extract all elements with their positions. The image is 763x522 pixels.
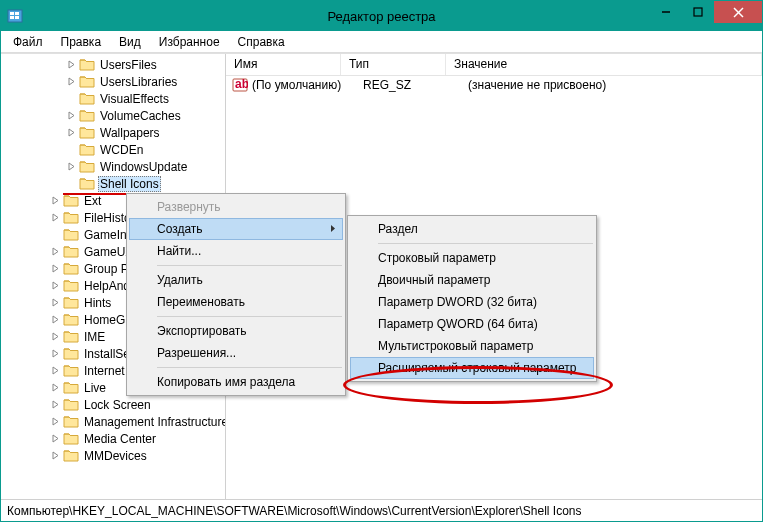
minimize-button[interactable] (650, 1, 682, 23)
folder-icon (79, 75, 95, 88)
menu-item[interactable]: Раздел (350, 218, 594, 240)
expand-icon[interactable] (49, 246, 61, 258)
folder-icon (63, 415, 79, 428)
expand-icon[interactable] (49, 450, 61, 462)
maximize-button[interactable] (682, 1, 714, 23)
tree-item-label: WCDEn (98, 143, 145, 157)
menu-item-label: Параметр QWORD (64 бита) (378, 317, 538, 331)
tree-item-label: Wallpapers (98, 126, 162, 140)
folder-icon (63, 313, 79, 326)
folder-icon (63, 245, 79, 258)
folder-icon (63, 262, 79, 275)
expand-icon[interactable] (49, 331, 61, 343)
expand-icon[interactable] (65, 110, 77, 122)
tree-item[interactable]: Shell Icons (1, 175, 225, 192)
menu-item-label: Параметр DWORD (32 бита) (378, 295, 537, 309)
expand-icon[interactable] (65, 161, 77, 173)
expand-icon[interactable] (49, 365, 61, 377)
tree-item-label: Lock Screen (82, 398, 153, 412)
tree-item[interactable]: Media Center (1, 430, 225, 447)
context-menu[interactable]: РазвернутьСоздатьНайти...УдалитьПереимен… (126, 193, 346, 396)
folder-icon (63, 211, 79, 224)
expand-icon[interactable] (49, 348, 61, 360)
col-value[interactable]: Значение (446, 54, 762, 75)
menu-item[interactable]: Мультистроковый параметр (350, 335, 594, 357)
tree-item-label: VisualEffects (98, 92, 171, 106)
menubar[interactable]: Файл Правка Вид Избранное Справка (1, 31, 762, 53)
menu-item[interactable]: Создать (129, 218, 343, 240)
tree-item[interactable]: VolumeCaches (1, 107, 225, 124)
titlebar[interactable]: Редактор реестра (1, 1, 762, 31)
menu-item[interactable]: Двоичный параметр (350, 269, 594, 291)
expand-icon[interactable] (49, 416, 61, 428)
menu-separator (157, 265, 342, 266)
menu-item-label: Мультистроковый параметр (378, 339, 534, 353)
menu-item[interactable]: Копировать имя раздела (129, 371, 343, 393)
menu-item[interactable]: Переименовать (129, 291, 343, 313)
menu-item[interactable]: Экспортировать (129, 320, 343, 342)
menu-item[interactable]: Расширяемый строковый параметр (350, 357, 594, 379)
menu-item[interactable]: Строковый параметр (350, 247, 594, 269)
expand-icon[interactable] (65, 76, 77, 88)
folder-icon (79, 109, 95, 122)
menu-item: Развернуть (129, 196, 343, 218)
menu-separator (157, 316, 342, 317)
folder-icon (79, 126, 95, 139)
folder-icon (79, 143, 95, 156)
row-value: (значение не присвоено) (462, 78, 762, 92)
menu-item-label: Копировать имя раздела (157, 375, 295, 389)
menu-edit[interactable]: Правка (53, 33, 110, 51)
expand-icon[interactable] (49, 212, 61, 224)
close-button[interactable] (714, 1, 762, 23)
tree-item-label: IME (82, 330, 107, 344)
menu-item[interactable]: Параметр QWORD (64 бита) (350, 313, 594, 335)
col-type[interactable]: Тип (341, 54, 446, 75)
menu-item-label: Строковый параметр (378, 251, 496, 265)
tree-item[interactable]: MMDevices (1, 447, 225, 464)
menu-item[interactable]: Разрешения... (129, 342, 343, 364)
tree-item-label: VolumeCaches (98, 109, 183, 123)
tree-item[interactable]: WCDEn (1, 141, 225, 158)
tree-item-label: Hints (82, 296, 113, 310)
window-title: Редактор реестра (1, 9, 762, 24)
tree-item[interactable]: UsersFiles (1, 56, 225, 73)
window-controls (650, 1, 762, 23)
tree-item[interactable]: Management Infrastructure (1, 413, 225, 430)
tree-item[interactable]: Wallpapers (1, 124, 225, 141)
menu-item-label: Создать (157, 222, 203, 236)
expand-icon[interactable] (65, 59, 77, 71)
expand-icon[interactable] (49, 399, 61, 411)
expand-icon[interactable] (49, 280, 61, 292)
col-name[interactable]: Имя (226, 54, 341, 75)
folder-icon (63, 381, 79, 394)
context-submenu-new[interactable]: РазделСтроковый параметрДвоичный парамет… (347, 215, 597, 382)
tree-item[interactable]: UsersLibraries (1, 73, 225, 90)
menu-favorites[interactable]: Избранное (151, 33, 228, 51)
tree-item[interactable]: WindowsUpdate (1, 158, 225, 175)
annotation-underline (63, 193, 129, 195)
menu-item[interactable]: Найти... (129, 240, 343, 262)
expand-icon[interactable] (49, 297, 61, 309)
tree-item[interactable]: Lock Screen (1, 396, 225, 413)
menu-view[interactable]: Вид (111, 33, 149, 51)
svg-rect-2 (15, 12, 19, 15)
list-row[interactable]: ab (По умолчанию) REG_SZ (значение не пр… (226, 76, 762, 94)
expand-icon[interactable] (49, 433, 61, 445)
expand-icon[interactable] (49, 382, 61, 394)
folder-icon (63, 296, 79, 309)
menu-item-label: Экспортировать (157, 324, 247, 338)
folder-icon (63, 330, 79, 343)
menu-item[interactable]: Удалить (129, 269, 343, 291)
tree-item-label: Shell Icons (98, 176, 161, 192)
menu-item-label: Раздел (378, 222, 418, 236)
expand-icon[interactable] (49, 314, 61, 326)
menu-item[interactable]: Параметр DWORD (32 бита) (350, 291, 594, 313)
expand-icon[interactable] (49, 263, 61, 275)
menu-file[interactable]: Файл (5, 33, 51, 51)
tree-item[interactable]: VisualEffects (1, 90, 225, 107)
expand-none (65, 144, 77, 156)
list-header[interactable]: Имя Тип Значение (226, 54, 762, 76)
expand-icon[interactable] (65, 127, 77, 139)
expand-icon[interactable] (49, 195, 61, 207)
menu-help[interactable]: Справка (230, 33, 293, 51)
